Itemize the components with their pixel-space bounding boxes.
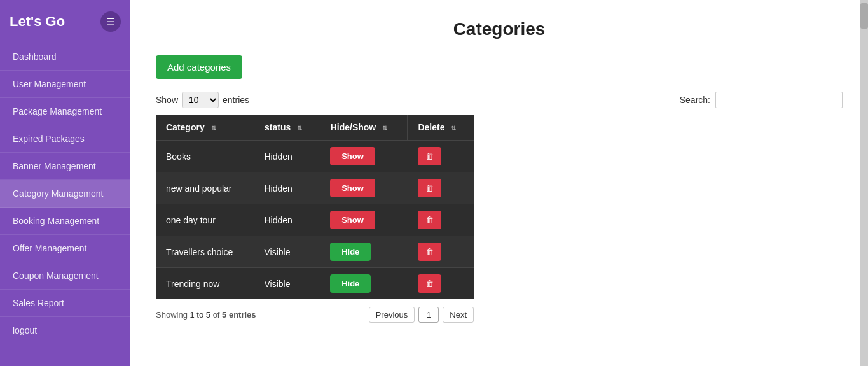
status-column-header: status ⇅ [254, 115, 320, 141]
range-link: 1 to 5 [189, 310, 210, 320]
sidebar-item-booking-management[interactable]: Booking Management [0, 208, 130, 235]
sidebar-logo: Let's Go [10, 13, 65, 30]
search-label: Search: [680, 95, 710, 105]
sidebar-item-user-management[interactable]: User Management [0, 71, 130, 98]
action-cell: Hide [320, 236, 408, 268]
show-button[interactable]: Show [330, 179, 375, 197]
add-categories-button[interactable]: Add categories [156, 55, 242, 79]
categories-table: Category ⇅ status ⇅ Hide/Show ⇅ Delete ⇅… [156, 115, 474, 299]
sidebar-item-package-management[interactable]: Package Management [0, 98, 130, 125]
delete-cell: 🗑 [408, 236, 474, 268]
delete-cell: 🗑 [408, 172, 474, 204]
page-number[interactable]: 1 [418, 307, 439, 323]
status-cell: Hidden [254, 172, 320, 204]
table-controls: Show 10 25 50 100 entries Search: [156, 92, 843, 108]
sidebar-item-expired-packages[interactable]: Expired Packages [0, 125, 130, 153]
table-row: Travellers choiceVisibleHide🗑 [156, 236, 474, 268]
page-title: Categories [156, 19, 843, 39]
action-cell: Hide [320, 268, 408, 300]
sidebar-item-coupon-management[interactable]: Coupon Management [0, 262, 130, 290]
prev-button[interactable]: Previous [369, 307, 415, 323]
hide-button[interactable]: Hide [330, 274, 371, 293]
delete-button[interactable]: 🗑 [418, 211, 441, 229]
table-row: Trending nowVisibleHide🗑 [156, 268, 474, 300]
delete-button[interactable]: 🗑 [418, 179, 441, 197]
sort-icon-hideshow: ⇅ [382, 125, 387, 132]
category-cell: Books [156, 141, 254, 172]
hideshow-column-header: Hide/Show ⇅ [320, 115, 408, 141]
category-cell: Trending now [156, 268, 254, 300]
total-count: 5 entries [222, 310, 256, 320]
hamburger-icon: ☰ [106, 16, 115, 28]
status-cell: Hidden [254, 141, 320, 172]
delete-button[interactable]: 🗑 [418, 147, 441, 165]
status-cell: Hidden [254, 204, 320, 236]
scrollbar-track [860, 0, 868, 366]
status-cell: Visible [254, 268, 320, 300]
category-cell: Travellers choice [156, 236, 254, 268]
category-cell: one day tour [156, 204, 254, 236]
category-column-header: Category ⇅ [156, 115, 254, 141]
showing-info: Showing 1 to 5 of 5 entries [156, 310, 256, 320]
show-button[interactable]: Show [330, 211, 375, 229]
sidebar-header: Let's Go ☰ [0, 0, 130, 43]
entries-label: entries [223, 95, 249, 105]
pagination: Previous 1 Next [369, 307, 474, 323]
hide-button[interactable]: Hide [330, 243, 371, 261]
search-box: Search: [680, 92, 843, 108]
action-cell: Show [320, 141, 408, 172]
delete-column-header: Delete ⇅ [408, 115, 474, 141]
sidebar-item-banner-management[interactable]: Banner Management [0, 153, 130, 180]
table-row: BooksHiddenShow🗑 [156, 141, 474, 172]
sort-icon-category: ⇅ [211, 125, 216, 132]
sidebar-item-dashboard[interactable]: Dashboard [0, 43, 130, 71]
search-input[interactable] [715, 92, 843, 108]
delete-cell: 🗑 [408, 268, 474, 300]
entries-select[interactable]: 10 25 50 100 [182, 92, 219, 108]
table-body: BooksHiddenShow🗑new and popularHiddenSho… [156, 141, 474, 300]
show-button[interactable]: Show [330, 147, 375, 165]
main-content: Categories Add categories Show 10 25 50 … [130, 0, 868, 366]
sidebar-item-offer-management[interactable]: Offer Management [0, 235, 130, 262]
sort-icon-delete: ⇅ [451, 125, 456, 132]
action-cell: Show [320, 204, 408, 236]
table-row: new and popularHiddenShow🗑 [156, 172, 474, 204]
table-row: one day tourHiddenShow🗑 [156, 204, 474, 236]
show-label: Show [156, 95, 178, 105]
delete-button[interactable]: 🗑 [418, 243, 441, 261]
next-button[interactable]: Next [443, 307, 474, 323]
table-header-row: Category ⇅ status ⇅ Hide/Show ⇅ Delete ⇅ [156, 115, 474, 141]
menu-icon-button[interactable]: ☰ [100, 11, 121, 32]
status-cell: Visible [254, 236, 320, 268]
sidebar-item-category-management[interactable]: Category Management [0, 180, 130, 208]
category-cell: new and popular [156, 172, 254, 204]
sidebar-item-logout[interactable]: logout [0, 317, 130, 344]
show-entries-control: Show 10 25 50 100 entries [156, 92, 249, 108]
delete-cell: 🗑 [408, 141, 474, 172]
sidebar-nav: DashboardUser ManagementPackage Manageme… [0, 43, 130, 351]
delete-button[interactable]: 🗑 [418, 274, 441, 293]
sidebar: Let's Go ☰ DashboardUser ManagementPacka… [0, 0, 130, 366]
scrollbar-thumb[interactable] [860, 3, 868, 29]
table-footer: Showing 1 to 5 of 5 entries Previous 1 N… [156, 307, 474, 323]
action-cell: Show [320, 172, 408, 204]
delete-cell: 🗑 [408, 204, 474, 236]
sort-icon-status: ⇅ [297, 125, 302, 132]
sidebar-item-sales-report[interactable]: Sales Report [0, 290, 130, 317]
